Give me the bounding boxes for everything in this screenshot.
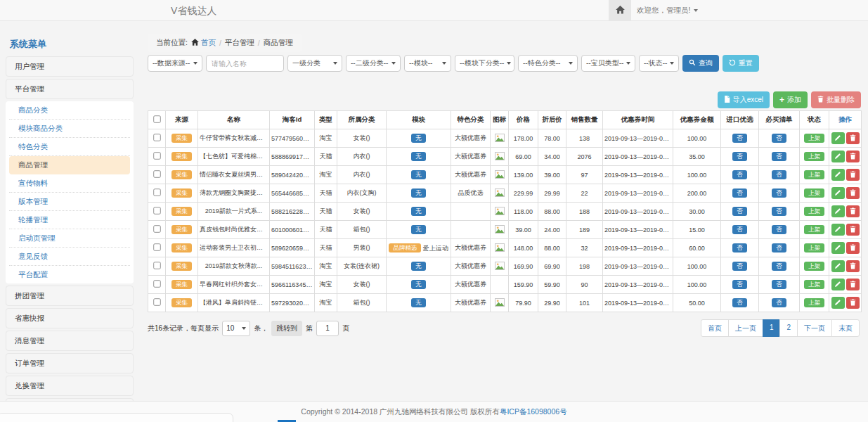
delete-button[interactable] [846, 205, 860, 217]
sidebar-subitem[interactable]: 商品分类 [9, 101, 130, 120]
row-checkbox[interactable] [153, 298, 160, 305]
row-checkbox[interactable] [153, 262, 160, 269]
imported-badge[interactable]: 否 [732, 225, 747, 235]
reset-button[interactable]: 重置 [723, 55, 759, 72]
status-badge[interactable]: 上架 [804, 152, 824, 162]
must-buy-badge[interactable]: 否 [772, 262, 786, 271]
sidebar-subitem[interactable]: 宣传物料 [9, 174, 130, 193]
sidebar-subitem[interactable]: 平台配置 [9, 266, 130, 283]
sidebar-subitem[interactable]: 意见反馈 [9, 248, 130, 266]
delete-button[interactable] [846, 151, 860, 162]
page-button[interactable]: 首页 [701, 319, 729, 337]
breadcrumb-item-platform[interactable]: 平台管理 [225, 38, 254, 48]
name-search-input[interactable] [206, 55, 284, 72]
sidebar-subitem[interactable]: 启动页管理 [9, 229, 130, 248]
status-badge[interactable]: 上架 [804, 134, 824, 143]
must-buy-badge[interactable]: 否 [772, 170, 786, 180]
sidebar-item[interactable]: 省惠快报 [6, 308, 134, 328]
jump-button[interactable]: 跳转到 [271, 321, 302, 336]
batch-delete-button[interactable]: 批量删除 [811, 91, 861, 108]
filter-select[interactable]: --二级分类-- [346, 55, 401, 72]
row-checkbox[interactable] [153, 225, 160, 232]
edit-button[interactable] [831, 297, 845, 309]
must-buy-badge[interactable]: 否 [772, 225, 786, 235]
filter-select[interactable]: --状态-- [639, 55, 679, 72]
row-checkbox[interactable] [153, 280, 160, 287]
breadcrumb-home-link[interactable]: 首页 [191, 38, 216, 48]
must-buy-badge[interactable]: 否 [772, 280, 786, 290]
row-checkbox[interactable] [153, 188, 160, 196]
edit-button[interactable] [831, 169, 845, 181]
must-buy-badge[interactable]: 否 [772, 207, 786, 217]
sidebar-item-users[interactable]: 用户管理 [6, 56, 134, 77]
sidebar-item[interactable]: 消息管理 [6, 331, 134, 351]
delete-button[interactable] [846, 224, 860, 236]
data-source-select[interactable]: --数据来源-- [148, 55, 202, 72]
filter-select[interactable]: --特色分类-- [518, 55, 578, 72]
edit-button[interactable] [831, 279, 845, 290]
must-buy-badge[interactable]: 否 [772, 134, 786, 143]
row-checkbox[interactable] [153, 243, 160, 250]
sidebar-subitem[interactable]: 商品管理 [9, 156, 130, 174]
filter-select[interactable]: --模块-- [404, 55, 451, 72]
sidebar-subitem[interactable]: 版本管理 [9, 193, 130, 211]
sidebar-item[interactable]: 兑换管理 [6, 376, 134, 396]
filter-select[interactable]: 一级分类 [287, 55, 342, 72]
must-buy-badge[interactable]: 否 [772, 188, 786, 198]
imported-badge[interactable]: 否 [732, 134, 747, 143]
status-badge[interactable]: 上架 [804, 298, 824, 308]
delete-button[interactable] [846, 242, 860, 254]
status-badge[interactable]: 上架 [804, 280, 824, 290]
edit-button[interactable] [831, 132, 845, 144]
icp-link[interactable]: 粤ICP备16098006号 [500, 407, 567, 417]
delete-button[interactable] [846, 260, 860, 272]
imported-badge[interactable]: 否 [732, 298, 747, 308]
edit-button[interactable] [831, 242, 845, 254]
edit-button[interactable] [831, 187, 845, 199]
sidebar-subitem[interactable]: 轮播管理 [9, 211, 130, 229]
edit-button[interactable] [831, 260, 845, 272]
sidebar-item[interactable]: 拼团管理 [6, 286, 134, 306]
page-button[interactable]: 下一页 [797, 319, 832, 337]
row-checkbox[interactable] [153, 152, 160, 159]
sidebar-item-platform[interactable]: 平台管理 [6, 79, 134, 99]
edit-button[interactable] [831, 151, 845, 162]
sidebar-item[interactable]: 订单管理 [6, 353, 134, 373]
imported-badge[interactable]: 否 [732, 262, 747, 271]
select-all-checkbox[interactable] [153, 115, 160, 122]
filter-select[interactable]: --宝贝类型-- [581, 55, 635, 72]
status-badge[interactable]: 上架 [804, 262, 824, 271]
sidebar-subitem[interactable]: 特色分类 [9, 138, 130, 156]
imported-badge[interactable]: 否 [732, 280, 747, 290]
page-button[interactable]: 上一页 [728, 319, 763, 337]
must-buy-badge[interactable]: 否 [772, 152, 786, 162]
delete-button[interactable] [846, 297, 860, 309]
per-page-select[interactable]: 10 [222, 321, 250, 336]
status-badge[interactable]: 上架 [804, 207, 824, 217]
delete-button[interactable] [846, 187, 860, 199]
page-number-input[interactable] [316, 321, 339, 336]
page-button[interactable]: 末页 [831, 319, 860, 337]
edit-button[interactable] [831, 224, 845, 236]
delete-button[interactable] [846, 132, 860, 144]
sidebar-subitem[interactable]: 模块商品分类 [9, 120, 130, 138]
status-badge[interactable]: 上架 [804, 243, 824, 253]
import-excel-button[interactable]: 导入excel [718, 91, 770, 108]
delete-button[interactable] [846, 169, 860, 181]
must-buy-badge[interactable]: 否 [772, 298, 786, 308]
delete-button[interactable] [846, 279, 860, 290]
user-menu[interactable]: 欢迎您，管理员! [637, 0, 698, 20]
must-buy-badge[interactable]: 否 [772, 243, 786, 253]
home-button[interactable] [609, 0, 631, 20]
row-checkbox[interactable] [153, 134, 160, 141]
status-badge[interactable]: 上架 [804, 225, 824, 235]
search-button[interactable]: 查询 [682, 55, 719, 72]
edit-button[interactable] [831, 205, 845, 217]
add-button[interactable]: + 添加 [773, 91, 808, 108]
imported-badge[interactable]: 否 [732, 188, 747, 198]
row-checkbox[interactable] [153, 170, 160, 177]
imported-badge[interactable]: 否 [732, 207, 747, 217]
page-button[interactable]: 2 [779, 319, 798, 337]
page-button[interactable]: 1 [763, 319, 781, 337]
filter-select[interactable]: --模块下分类-- [455, 55, 514, 72]
